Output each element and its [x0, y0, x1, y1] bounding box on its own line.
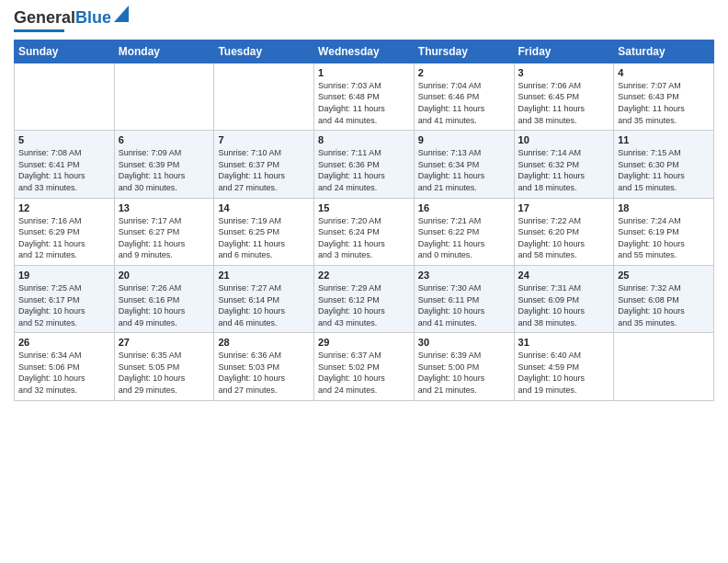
- weekday-header-wednesday: Wednesday: [314, 40, 415, 63]
- calendar-cell: 11Sunrise: 7:15 AMSunset: 6:30 PMDayligh…: [614, 131, 714, 198]
- calendar-cell: 8Sunrise: 7:11 AMSunset: 6:36 PMDaylight…: [314, 131, 415, 198]
- day-info: Sunrise: 7:30 AMSunset: 6:11 PMDaylight:…: [418, 282, 510, 328]
- calendar-cell: [15, 63, 115, 130]
- calendar-cell: 23Sunrise: 7:30 AMSunset: 6:11 PMDayligh…: [414, 265, 514, 332]
- weekday-header-monday: Monday: [114, 40, 214, 63]
- day-number: 19: [18, 270, 110, 281]
- weekday-header-friday: Friday: [514, 40, 614, 63]
- calendar-cell: 7Sunrise: 7:10 AMSunset: 6:37 PMDaylight…: [214, 131, 314, 198]
- calendar-week-row-4: 19Sunrise: 7:25 AMSunset: 6:17 PMDayligh…: [15, 265, 714, 332]
- calendar-cell: 29Sunrise: 6:37 AMSunset: 5:02 PMDayligh…: [314, 333, 415, 400]
- calendar-cell: 24Sunrise: 7:31 AMSunset: 6:09 PMDayligh…: [514, 265, 614, 332]
- calendar-cell: 18Sunrise: 7:24 AMSunset: 6:19 PMDayligh…: [614, 198, 714, 265]
- day-info: Sunrise: 7:07 AMSunset: 6:43 PMDaylight:…: [618, 80, 710, 126]
- calendar-table: SundayMondayTuesdayWednesdayThursdayFrid…: [14, 40, 714, 401]
- day-info: Sunrise: 7:11 AMSunset: 6:36 PMDaylight:…: [318, 147, 410, 193]
- weekday-header-row: SundayMondayTuesdayWednesdayThursdayFrid…: [15, 40, 714, 63]
- calendar-cell: 14Sunrise: 7:19 AMSunset: 6:25 PMDayligh…: [214, 198, 314, 265]
- day-info: Sunrise: 7:26 AMSunset: 6:16 PMDaylight:…: [119, 282, 210, 328]
- day-info: Sunrise: 7:04 AMSunset: 6:46 PMDaylight:…: [418, 80, 510, 126]
- day-number: 24: [518, 270, 610, 281]
- calendar-cell: 26Sunrise: 6:34 AMSunset: 5:06 PMDayligh…: [15, 333, 115, 400]
- day-number: 21: [218, 270, 310, 281]
- day-number: 7: [218, 134, 310, 145]
- logo: GeneralBlue: [14, 9, 129, 32]
- day-info: Sunrise: 7:10 AMSunset: 6:37 PMDaylight:…: [218, 147, 310, 193]
- calendar-cell: 3Sunrise: 7:06 AMSunset: 6:45 PMDaylight…: [514, 63, 614, 130]
- day-info: Sunrise: 7:03 AMSunset: 6:48 PMDaylight:…: [318, 80, 410, 126]
- day-number: 2: [418, 67, 510, 78]
- day-info: Sunrise: 7:15 AMSunset: 6:30 PMDaylight:…: [618, 147, 710, 193]
- calendar-cell: 2Sunrise: 7:04 AMSunset: 6:46 PMDaylight…: [414, 63, 514, 130]
- day-info: Sunrise: 7:27 AMSunset: 6:14 PMDaylight:…: [218, 282, 310, 328]
- day-number: 16: [418, 202, 510, 213]
- calendar-cell: [114, 63, 214, 130]
- calendar-cell: 21Sunrise: 7:27 AMSunset: 6:14 PMDayligh…: [214, 265, 314, 332]
- day-info: Sunrise: 7:24 AMSunset: 6:19 PMDaylight:…: [618, 215, 710, 261]
- day-info: Sunrise: 6:34 AMSunset: 5:06 PMDaylight:…: [18, 350, 110, 396]
- calendar-cell: 22Sunrise: 7:29 AMSunset: 6:12 PMDayligh…: [314, 265, 415, 332]
- calendar-cell: 31Sunrise: 6:40 AMSunset: 4:59 PMDayligh…: [514, 333, 614, 400]
- calendar-cell: 20Sunrise: 7:26 AMSunset: 6:16 PMDayligh…: [114, 265, 214, 332]
- day-number: 14: [218, 202, 310, 213]
- day-number: 30: [418, 337, 510, 348]
- day-info: Sunrise: 7:31 AMSunset: 6:09 PMDaylight:…: [518, 282, 610, 328]
- calendar-cell: 27Sunrise: 6:35 AMSunset: 5:05 PMDayligh…: [114, 333, 214, 400]
- calendar-cell: 19Sunrise: 7:25 AMSunset: 6:17 PMDayligh…: [15, 265, 115, 332]
- day-number: 9: [418, 134, 510, 145]
- weekday-header-sunday: Sunday: [15, 40, 115, 63]
- day-info: Sunrise: 7:16 AMSunset: 6:29 PMDaylight:…: [18, 215, 110, 261]
- logo-text: GeneralBlue: [14, 9, 111, 28]
- day-number: 31: [518, 337, 610, 348]
- day-info: Sunrise: 6:39 AMSunset: 5:00 PMDaylight:…: [418, 350, 510, 396]
- day-number: 8: [318, 134, 410, 145]
- logo-triangle-icon: [114, 6, 129, 22]
- day-info: Sunrise: 7:13 AMSunset: 6:34 PMDaylight:…: [418, 147, 510, 193]
- day-number: 3: [518, 67, 610, 78]
- calendar-cell: 6Sunrise: 7:09 AMSunset: 6:39 PMDaylight…: [114, 131, 214, 198]
- calendar-cell: 4Sunrise: 7:07 AMSunset: 6:43 PMDaylight…: [614, 63, 714, 130]
- day-info: Sunrise: 7:08 AMSunset: 6:41 PMDaylight:…: [18, 147, 110, 193]
- calendar-cell: 10Sunrise: 7:14 AMSunset: 6:32 PMDayligh…: [514, 131, 614, 198]
- calendar-cell: 30Sunrise: 6:39 AMSunset: 5:00 PMDayligh…: [414, 333, 514, 400]
- day-number: 17: [518, 202, 610, 213]
- calendar-cell: 15Sunrise: 7:20 AMSunset: 6:24 PMDayligh…: [314, 198, 415, 265]
- logo-underline: [14, 29, 64, 32]
- day-info: Sunrise: 7:29 AMSunset: 6:12 PMDaylight:…: [318, 282, 410, 328]
- page: GeneralBlue SundayMondayTuesdayWednesday…: [0, 0, 728, 563]
- day-number: 4: [618, 67, 710, 78]
- day-info: Sunrise: 6:35 AMSunset: 5:05 PMDaylight:…: [119, 350, 210, 396]
- calendar-cell: 28Sunrise: 6:36 AMSunset: 5:03 PMDayligh…: [214, 333, 314, 400]
- calendar-cell: 13Sunrise: 7:17 AMSunset: 6:27 PMDayligh…: [114, 198, 214, 265]
- day-number: 25: [618, 270, 710, 281]
- day-number: 5: [18, 134, 110, 145]
- day-number: 1: [318, 67, 410, 78]
- day-number: 28: [218, 337, 310, 348]
- calendar-week-row-3: 12Sunrise: 7:16 AMSunset: 6:29 PMDayligh…: [15, 198, 714, 265]
- day-number: 11: [618, 134, 710, 145]
- header: GeneralBlue: [14, 9, 714, 32]
- calendar-week-row-2: 5Sunrise: 7:08 AMSunset: 6:41 PMDaylight…: [15, 131, 714, 198]
- day-info: Sunrise: 7:22 AMSunset: 6:20 PMDaylight:…: [518, 215, 610, 261]
- day-info: Sunrise: 7:09 AMSunset: 6:39 PMDaylight:…: [119, 147, 210, 193]
- calendar-cell: 17Sunrise: 7:22 AMSunset: 6:20 PMDayligh…: [514, 198, 614, 265]
- day-number: 10: [518, 134, 610, 145]
- weekday-header-saturday: Saturday: [614, 40, 714, 63]
- day-number: 13: [119, 202, 210, 213]
- day-info: Sunrise: 7:06 AMSunset: 6:45 PMDaylight:…: [518, 80, 610, 126]
- calendar-cell: 5Sunrise: 7:08 AMSunset: 6:41 PMDaylight…: [15, 131, 115, 198]
- day-info: Sunrise: 7:17 AMSunset: 6:27 PMDaylight:…: [119, 215, 210, 261]
- day-number: 29: [318, 337, 410, 348]
- day-number: 26: [18, 337, 110, 348]
- day-info: Sunrise: 7:32 AMSunset: 6:08 PMDaylight:…: [618, 282, 710, 328]
- day-info: Sunrise: 7:20 AMSunset: 6:24 PMDaylight:…: [318, 215, 410, 261]
- day-info: Sunrise: 6:36 AMSunset: 5:03 PMDaylight:…: [218, 350, 310, 396]
- weekday-header-tuesday: Tuesday: [214, 40, 314, 63]
- day-info: Sunrise: 7:19 AMSunset: 6:25 PMDaylight:…: [218, 215, 310, 261]
- calendar-cell: 1Sunrise: 7:03 AMSunset: 6:48 PMDaylight…: [314, 63, 415, 130]
- calendar-cell: [214, 63, 314, 130]
- svg-marker-0: [114, 6, 129, 22]
- day-number: 22: [318, 270, 410, 281]
- calendar-cell: 9Sunrise: 7:13 AMSunset: 6:34 PMDaylight…: [414, 131, 514, 198]
- day-number: 6: [119, 134, 210, 145]
